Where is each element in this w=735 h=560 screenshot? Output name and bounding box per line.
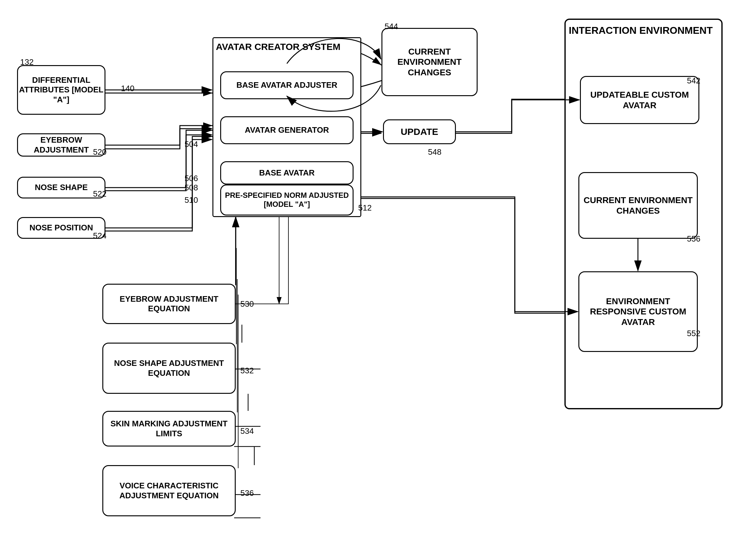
label-530: 530	[240, 299, 254, 309]
pre-specified-label: PRE-SPECIFIED NORM ADJUSTED [MODEL "A"]	[221, 191, 353, 209]
label-140: 140	[121, 84, 134, 93]
update-label: UPDATE	[401, 126, 438, 137]
label-556: 556	[687, 234, 700, 244]
eyebrow-adjustment-label: EYEBROW ADJUSTMENT	[18, 135, 105, 154]
env-responsive-avatar-label: ENVIRONMENT RESPONSIVE CUSTOM AVATAR	[579, 296, 697, 327]
skin-marking-label: SKIN MARKING ADJUSTMENT LIMITS	[103, 419, 235, 438]
current-env-changes-bottom-box: CURRENT ENVIRONMENT CHANGES	[578, 172, 698, 239]
label-524: 524	[93, 231, 106, 241]
base-avatar-adjuster-label: BASE AVATAR ADJUSTER	[236, 80, 337, 90]
nose-shape-label: NOSE SHAPE	[35, 183, 88, 192]
label-508: 508	[185, 183, 198, 193]
base-avatar-box: BASE AVATAR	[220, 161, 354, 184]
differential-attrs-box: DIFFERENTIAL ATTRIBUTES [MODEL "A"]	[17, 65, 105, 115]
interaction-environment-label: INTERACTION ENVIRONMENT	[569, 24, 713, 36]
updateable-custom-avatar-box: UPDATEABLE CUSTOM AVATAR	[580, 76, 699, 124]
nose-shape-box: NOSE SHAPE	[17, 177, 105, 198]
nose-position-box: NOSE POSITION	[17, 217, 105, 239]
nose-shape-eq-box: NOSE SHAPE ADJUSTMENT EQUATION	[102, 343, 236, 394]
label-532: 532	[240, 366, 254, 376]
voice-eq-label: VOICE CHARACTERISTIC ADJUSTMENT EQUATION	[103, 481, 235, 500]
label-544: 544	[385, 22, 398, 31]
nose-shape-eq-label: NOSE SHAPE ADJUSTMENT EQUATION	[103, 358, 235, 378]
avatar-generator-label: AVATAR GENERATOR	[245, 125, 329, 135]
eyebrow-eq-box: EYEBROW ADJUSTMENT EQUATION	[102, 284, 236, 324]
current-env-changes-top-box: CURRENT ENVIRONMENT CHANGES	[381, 28, 478, 96]
label-552: 552	[687, 329, 700, 338]
eyebrow-adjustment-box: EYEBROW ADJUSTMENT	[17, 133, 105, 157]
label-510: 510	[185, 195, 198, 205]
avatar-generator-box: AVATAR GENERATOR	[220, 116, 354, 144]
label-534: 534	[240, 426, 254, 436]
env-responsive-avatar-box: ENVIRONMENT RESPONSIVE CUSTOM AVATAR	[578, 271, 698, 352]
label-522: 522	[93, 189, 106, 199]
label-132: 132	[20, 57, 33, 67]
label-542: 542	[687, 76, 700, 86]
current-env-changes-bottom-label: CURRENT ENVIRONMENT CHANGES	[579, 195, 697, 216]
label-512: 512	[358, 203, 372, 213]
update-box: UPDATE	[383, 119, 456, 144]
label-520: 520	[93, 147, 106, 157]
voice-eq-box: VOICE CHARACTERISTIC ADJUSTMENT EQUATION	[102, 465, 236, 516]
avatar-creator-label: AVATAR CREATOR SYSTEM	[216, 41, 341, 52]
current-env-changes-top-label: CURRENT ENVIRONMENT CHANGES	[382, 47, 477, 78]
label-504: 504	[185, 140, 198, 149]
pre-specified-box: PRE-SPECIFIED NORM ADJUSTED [MODEL "A"]	[220, 184, 354, 216]
nose-position-label: NOSE POSITION	[29, 223, 93, 233]
label-548: 548	[428, 147, 441, 157]
skin-marking-box: SKIN MARKING ADJUSTMENT LIMITS	[102, 411, 236, 447]
eyebrow-eq-label: EYEBROW ADJUSTMENT EQUATION	[103, 294, 235, 313]
label-536: 536	[240, 488, 254, 498]
base-avatar-adjuster-box: BASE AVATAR ADJUSTER	[220, 71, 354, 99]
differential-attrs-label: DIFFERENTIAL ATTRIBUTES [MODEL "A"]	[18, 75, 105, 104]
updateable-custom-avatar-label: UPDATEABLE CUSTOM AVATAR	[581, 90, 698, 110]
base-avatar-label: BASE AVATAR	[259, 168, 314, 178]
diagram: INTERACTION ENVIRONMENT AVATAR CREATOR S…	[0, 0, 735, 560]
label-506: 506	[185, 174, 198, 183]
